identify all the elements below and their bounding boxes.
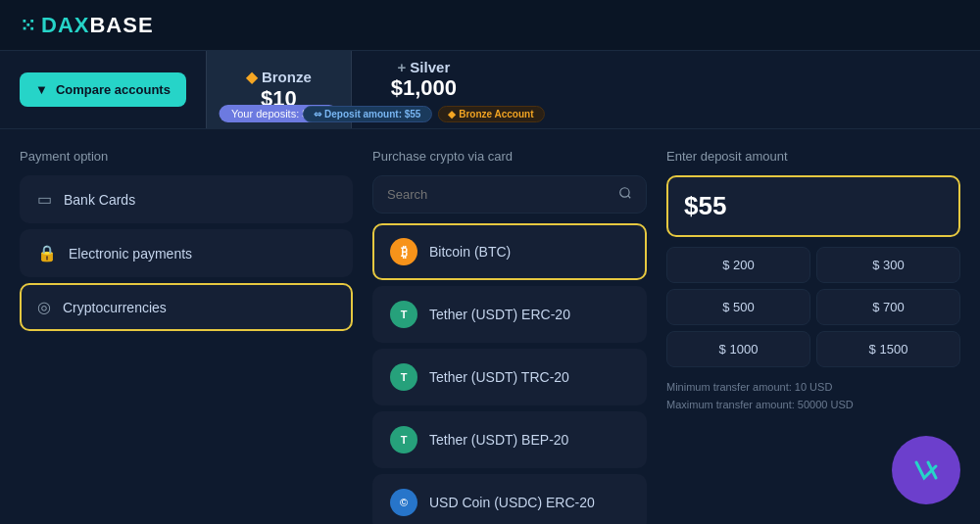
payment-item-bank-cards[interactable]: ▭ Bank Cards (20, 175, 353, 223)
logo-dax: DAX (41, 13, 89, 38)
pay-icon-electronic-payments: 🔒 (37, 244, 57, 262)
crypto-item-usdt-bep[interactable]: T Tether (USDT) BEP-20 (372, 411, 647, 468)
pay-icon-bank-cards: ▭ (37, 190, 52, 209)
payment-panel: Payment option ▭ Bank Cards🔒 Electronic … (20, 149, 353, 504)
silver-tier-name: + Silver (398, 59, 451, 75)
amount-btn-1[interactable]: $ 300 (816, 247, 960, 283)
deposit-amount-tag: ⇔ Deposit amount: $55 (303, 106, 431, 122)
crypto-label-usdc-erc: USD Coin (USDC) ERC-20 (429, 495, 595, 510)
logo-base: BASE (89, 13, 153, 38)
pay-icon-cryptocurrencies: ◎ (37, 298, 51, 316)
svg-point-0 (620, 188, 629, 197)
search-box (372, 175, 647, 214)
header: ⁙ DAX BASE (0, 0, 980, 51)
amount-btn-5[interactable]: $ 1500 (816, 331, 960, 367)
deposit-input-box[interactable]: $55 (666, 175, 960, 237)
main-content: Payment option ▭ Bank Cards🔒 Electronic … (0, 129, 980, 524)
amount-grid: $ 200$ 300$ 500$ 700$ 1000$ 1500 (666, 247, 960, 367)
bronze-account-tag: ◆ Bronze Account (437, 106, 544, 122)
crypto-icon-btc: ₿ (390, 238, 417, 265)
deposit-tags: ⇔ Deposit amount: $55 ◆ Bronze Account (303, 106, 544, 122)
amount-btn-4[interactable]: $ 1000 (666, 331, 810, 367)
max-transfer: Maximum transfer amount: 50000 USD (666, 397, 960, 414)
crypto-label-usdt-erc: Tether (USDT) ERC-20 (429, 307, 570, 322)
min-transfer: Minimum transfer amount: 10 USD (666, 379, 960, 397)
deposit-value: $55 (684, 191, 943, 221)
payment-item-cryptocurrencies[interactable]: ◎ Cryptocurrencies (20, 283, 353, 331)
pay-label-bank-cards: Bank Cards (64, 192, 135, 208)
amount-btn-0[interactable]: $ 200 (666, 247, 810, 283)
tier-silver[interactable]: + Silver $1,000 ⇔ Deposit amount: $55 ◆ … (352, 51, 496, 128)
crypto-icon-usdt-bep: T (390, 426, 417, 453)
svg-line-1 (628, 196, 631, 199)
crypto-item-usdt-erc[interactable]: T Tether (USDT) ERC-20 (372, 286, 647, 343)
tier-accounts: ◆ Bronze $10 Your deposits: $110 + Silve… (206, 51, 980, 128)
amount-btn-2[interactable]: $ 500 (666, 289, 810, 325)
crypto-item-btc[interactable]: ₿ Bitcoin (BTC) (372, 223, 647, 280)
crypto-list: ₿ Bitcoin (BTC)T Tether (USDT) ERC-20T T… (372, 223, 647, 524)
pay-label-electronic-payments: Electronic payments (69, 246, 192, 262)
logo: ⁙ DAX BASE (20, 13, 154, 38)
payment-list: ▭ Bank Cards🔒 Electronic payments◎ Crypt… (20, 175, 353, 331)
crypto-icon-usdt-erc: T (390, 301, 417, 328)
bronze-tier-name: ◆ Bronze (246, 69, 312, 86)
deposit-section-title: Enter deposit amount (666, 149, 960, 164)
pay-label-cryptocurrencies: Cryptocurrencies (63, 300, 167, 315)
crypto-icon-usdt-trc: T (390, 363, 417, 391)
plus-icon: + (398, 59, 407, 75)
diamond-icon: ◆ (246, 69, 258, 86)
tier-bar: ▼ Compare accounts ◆ Bronze $10 Your dep… (0, 51, 980, 129)
crypto-panel: Purchase crypto via card ₿ Bitcoin (BTC)… (372, 149, 647, 504)
amount-btn-3[interactable]: $ 700 (816, 289, 960, 325)
payment-item-electronic-payments[interactable]: 🔒 Electronic payments (20, 229, 353, 277)
payment-section-title: Payment option (20, 149, 353, 164)
transfer-info: Minimum transfer amount: 10 USD Maximum … (666, 379, 960, 413)
bottom-lc-icon (892, 436, 960, 504)
logo-icon: ⁙ (20, 14, 37, 37)
search-input[interactable] (387, 187, 611, 202)
crypto-label-usdt-bep: Tether (USDT) BEP-20 (429, 432, 568, 448)
crypto-label-btc: Bitcoin (BTC) (429, 244, 511, 260)
crypto-item-usdc-erc[interactable]: © USD Coin (USDC) ERC-20 (372, 474, 647, 524)
chevron-down-icon: ▼ (35, 82, 48, 97)
crypto-section-title: Purchase crypto via card (372, 149, 647, 164)
crypto-label-usdt-trc: Tether (USDT) TRC-20 (429, 369, 569, 385)
compare-accounts-button[interactable]: ▼ Compare accounts (20, 72, 186, 107)
silver-price: $1,000 (391, 75, 457, 101)
crypto-item-usdt-trc[interactable]: T Tether (USDT) TRC-20 (372, 349, 647, 405)
search-icon (618, 186, 632, 203)
crypto-icon-usdc-erc: © (390, 489, 417, 516)
